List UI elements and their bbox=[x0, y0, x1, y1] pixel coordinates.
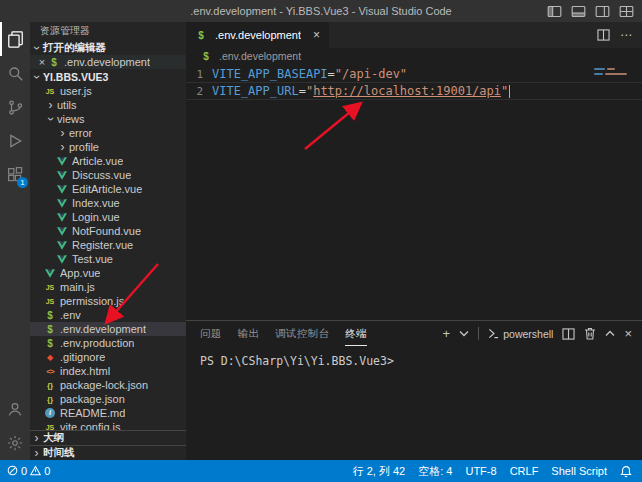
code-editor[interactable]: 1VITE_APP_BASEAPI="/api-dev"2VITE_APP_UR… bbox=[186, 64, 642, 320]
customize-layout-icon[interactable] bbox=[619, 5, 634, 18]
panel-tab-debug-console[interactable]: 调试控制台 bbox=[275, 321, 329, 346]
open-editors-header[interactable]: › 打开的编辑器 bbox=[30, 40, 186, 55]
tree-item-main.js[interactable]: JSmain.js bbox=[30, 280, 186, 294]
panel-actions: + powershell × bbox=[443, 327, 632, 340]
tree-item-package-lock.json[interactable]: {}package-lock.json bbox=[30, 378, 186, 392]
problems-indicator[interactable]: 0 0 bbox=[7, 465, 50, 478]
tree-item-discuss.vue[interactable]: Discuss.vue bbox=[30, 168, 186, 182]
file-label: Login.vue bbox=[72, 211, 120, 223]
tree-item-user.js[interactable]: JSuser.js bbox=[30, 84, 186, 98]
tree-item-vite.config.js[interactable]: JSvite.config.js bbox=[30, 420, 186, 430]
project-header[interactable]: › YI.BBS.VUE3 bbox=[30, 69, 186, 84]
account-icon[interactable] bbox=[0, 392, 30, 426]
outline-section[interactable]: › 大纲 bbox=[30, 430, 186, 445]
js-icon: JS bbox=[44, 298, 56, 305]
code-line-2[interactable]: 2VITE_APP_URL="http://localhost:19001/ap… bbox=[186, 82, 642, 100]
terminal-prompt: PS D:\CSharp\Yi\Yi.BBS.Vue3> bbox=[200, 354, 394, 368]
close-panel-icon[interactable]: × bbox=[624, 327, 632, 340]
file-label: main.js bbox=[60, 281, 95, 293]
tree-item-.env.development[interactable]: $.env.development bbox=[30, 322, 186, 336]
kill-terminal-icon[interactable] bbox=[584, 327, 596, 340]
split-editor-icon[interactable] bbox=[597, 29, 610, 41]
status-language[interactable]: Shell Script bbox=[551, 465, 607, 477]
code-link[interactable]: http://localhost:19001/api bbox=[313, 84, 501, 98]
tree-item-utils[interactable]: ›utils bbox=[30, 98, 186, 112]
tree-item-package.json[interactable]: {}package.json bbox=[30, 392, 186, 406]
close-editor-icon[interactable]: × bbox=[36, 56, 48, 68]
status-eol[interactable]: CRLF bbox=[510, 465, 539, 477]
json-icon: {} bbox=[44, 395, 56, 404]
git-icon: ◆ bbox=[44, 353, 56, 362]
tree-item-notfound.vue[interactable]: NotFound.vue bbox=[30, 224, 186, 238]
tree-item-.env[interactable]: $.env bbox=[30, 308, 186, 322]
activity-bar: 1 bbox=[0, 22, 30, 460]
code-line-1[interactable]: 1VITE_APP_BASEAPI="/api-dev" bbox=[186, 66, 642, 82]
maximize-panel-icon[interactable] bbox=[605, 330, 615, 337]
breadcrumb[interactable]: $ .env.development bbox=[186, 48, 642, 64]
tree-item-profile[interactable]: ›profile bbox=[30, 140, 186, 154]
tree-item-app.vue[interactable]: App.vue bbox=[30, 266, 186, 280]
panel-tab-output[interactable]: 输出 bbox=[238, 321, 260, 346]
tree-item-test.vue[interactable]: Test.vue bbox=[30, 252, 186, 266]
tree-item-.gitignore[interactable]: ◆.gitignore bbox=[30, 350, 186, 364]
tree-item-index.vue[interactable]: Index.vue bbox=[30, 196, 186, 210]
json-icon: {} bbox=[44, 381, 56, 390]
tab-label: .env.development bbox=[215, 29, 301, 41]
tree-item-readme.md[interactable]: iREADME.md bbox=[30, 406, 186, 420]
minimap-line bbox=[594, 68, 630, 70]
explorer-icon[interactable] bbox=[0, 22, 30, 56]
status-encoding[interactable]: UTF-8 bbox=[465, 465, 496, 477]
chevron-right-icon: › bbox=[44, 99, 57, 111]
tree-item-login.vue[interactable]: Login.vue bbox=[30, 210, 186, 224]
file-label: README.md bbox=[60, 407, 125, 419]
run-debug-icon[interactable] bbox=[0, 124, 30, 158]
toggle-secondary-sidebar-icon[interactable] bbox=[595, 5, 610, 18]
status-cursor-position[interactable]: 行 2, 列 42 bbox=[353, 464, 406, 479]
terminal-shell-item[interactable]: powershell bbox=[488, 328, 553, 340]
panel-tab-problems[interactable]: 问题 bbox=[200, 321, 222, 346]
file-label: Test.vue bbox=[72, 253, 113, 265]
new-terminal-icon[interactable]: + bbox=[443, 327, 451, 340]
launch-profile-chevron-icon[interactable] bbox=[459, 330, 469, 337]
tree-item-article.vue[interactable]: Article.vue bbox=[30, 154, 186, 168]
tab-env-development[interactable]: $ .env.development × bbox=[186, 22, 329, 48]
error-count: 0 bbox=[21, 465, 27, 477]
minimap[interactable] bbox=[594, 68, 630, 78]
file-label: error bbox=[69, 127, 92, 139]
file-label: Article.vue bbox=[72, 155, 123, 167]
timeline-section[interactable]: › 时间线 bbox=[30, 445, 186, 460]
activitybar-spacer bbox=[0, 192, 30, 392]
tree-item-error[interactable]: ›error bbox=[30, 126, 186, 140]
search-icon[interactable] bbox=[0, 56, 30, 90]
tree-item-views[interactable]: ›views bbox=[30, 112, 186, 126]
bell-icon[interactable] bbox=[620, 465, 632, 478]
status-indentation[interactable]: 空格: 4 bbox=[418, 464, 452, 479]
main-area: 1 资源管理器 › 打开的编辑器 ×$.env.development › YI… bbox=[0, 22, 642, 460]
tree-item-index.html[interactable]: <>index.html bbox=[30, 364, 186, 378]
tree-item-editarticle.vue[interactable]: EditArticle.vue bbox=[30, 182, 186, 196]
shell-label: powershell bbox=[503, 328, 553, 340]
toggle-sidebar-icon[interactable] bbox=[547, 5, 562, 18]
js-icon: JS bbox=[44, 284, 56, 291]
file-label: .env.production bbox=[60, 337, 134, 349]
file-label: .env bbox=[60, 309, 81, 321]
close-tab-icon[interactable]: × bbox=[313, 28, 320, 42]
open-editor-item[interactable]: ×$.env.development bbox=[30, 55, 186, 69]
toggle-panel-icon[interactable] bbox=[571, 5, 586, 18]
vue-icon bbox=[56, 157, 68, 166]
tree-item-permission.js[interactable]: JSpermission.js bbox=[30, 294, 186, 308]
minimap-line bbox=[594, 73, 630, 75]
outline-label: 大纲 bbox=[43, 431, 64, 445]
more-actions-icon[interactable]: ⋯ bbox=[620, 28, 632, 42]
breadcrumb-item[interactable]: .env.development bbox=[219, 50, 301, 62]
split-terminal-icon[interactable] bbox=[562, 328, 575, 340]
panel-tab-terminal[interactable]: 终端 bbox=[345, 321, 367, 346]
chevron-right-icon: › bbox=[30, 447, 43, 459]
warning-count: 0 bbox=[44, 465, 50, 477]
tree-item-register.vue[interactable]: Register.vue bbox=[30, 238, 186, 252]
tree-item-.env.production[interactable]: $.env.production bbox=[30, 336, 186, 350]
extensions-icon[interactable]: 1 bbox=[0, 158, 30, 192]
terminal[interactable]: PS D:\CSharp\Yi\Yi.BBS.Vue3> bbox=[186, 346, 642, 368]
settings-gear-icon[interactable] bbox=[0, 426, 30, 460]
source-control-icon[interactable] bbox=[0, 90, 30, 124]
